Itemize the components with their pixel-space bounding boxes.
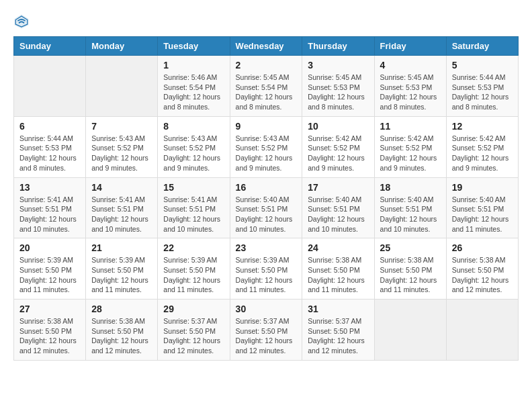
day-number: 21: [91, 242, 152, 253]
day-number: 18: [380, 182, 441, 193]
weekday-header-saturday: Saturday: [446, 37, 518, 56]
day-number: 24: [308, 242, 368, 253]
day-info: Sunrise: 5:45 AM Sunset: 5:53 PM Dayligh…: [380, 73, 441, 112]
day-number: 9: [236, 121, 297, 132]
day-cell: 17Sunrise: 5:40 AM Sunset: 5:51 PM Dayli…: [302, 177, 374, 238]
day-info: Sunrise: 5:40 AM Sunset: 5:51 PM Dayligh…: [308, 195, 368, 234]
day-info: Sunrise: 5:37 AM Sunset: 5:50 PM Dayligh…: [163, 316, 224, 356]
day-info: Sunrise: 5:39 AM Sunset: 5:50 PM Dayligh…: [19, 255, 80, 295]
day-cell: 6Sunrise: 5:44 AM Sunset: 5:53 PM Daylig…: [14, 116, 86, 177]
day-info: Sunrise: 5:39 AM Sunset: 5:50 PM Dayligh…: [91, 255, 152, 295]
day-info: Sunrise: 5:42 AM Sunset: 5:52 PM Dayligh…: [380, 134, 441, 173]
day-number: 20: [19, 242, 80, 253]
weekday-header-sunday: Sunday: [14, 37, 86, 56]
day-cell: 18Sunrise: 5:40 AM Sunset: 5:51 PM Dayli…: [374, 177, 446, 238]
day-cell: 19Sunrise: 5:40 AM Sunset: 5:51 PM Dayli…: [446, 177, 518, 238]
week-row-2: 6Sunrise: 5:44 AM Sunset: 5:53 PM Daylig…: [14, 116, 519, 177]
day-number: 28: [91, 304, 152, 314]
weekday-header-wednesday: Wednesday: [230, 37, 302, 56]
day-number: 22: [163, 242, 224, 253]
day-info: Sunrise: 5:44 AM Sunset: 5:53 PM Dayligh…: [452, 73, 513, 112]
week-row-3: 13Sunrise: 5:41 AM Sunset: 5:51 PM Dayli…: [14, 177, 519, 238]
day-info: Sunrise: 5:41 AM Sunset: 5:51 PM Dayligh…: [163, 195, 224, 234]
day-number: 15: [163, 182, 224, 193]
day-cell: 2Sunrise: 5:45 AM Sunset: 5:54 PM Daylig…: [230, 56, 302, 117]
day-number: 17: [308, 182, 368, 193]
day-info: Sunrise: 5:39 AM Sunset: 5:50 PM Dayligh…: [163, 255, 224, 295]
day-info: Sunrise: 5:45 AM Sunset: 5:53 PM Dayligh…: [308, 73, 368, 112]
weekday-header-row: SundayMondayTuesdayWednesdayThursdayFrid…: [14, 37, 519, 56]
day-number: 8: [163, 121, 224, 132]
day-cell: [446, 300, 518, 361]
day-info: Sunrise: 5:38 AM Sunset: 5:50 PM Dayligh…: [308, 255, 368, 295]
day-info: Sunrise: 5:40 AM Sunset: 5:51 PM Dayligh…: [452, 195, 513, 234]
day-number: 6: [19, 121, 80, 132]
day-cell: [374, 300, 446, 361]
day-info: Sunrise: 5:39 AM Sunset: 5:50 PM Dayligh…: [236, 255, 297, 295]
day-cell: [14, 56, 86, 117]
day-number: 27: [19, 304, 80, 314]
day-info: Sunrise: 5:43 AM Sunset: 5:52 PM Dayligh…: [236, 134, 297, 173]
day-info: Sunrise: 5:37 AM Sunset: 5:50 PM Dayligh…: [236, 316, 297, 356]
day-number: 2: [236, 60, 297, 71]
day-number: 29: [163, 304, 224, 314]
day-info: Sunrise: 5:38 AM Sunset: 5:50 PM Dayligh…: [19, 316, 80, 356]
day-cell: 29Sunrise: 5:37 AM Sunset: 5:50 PM Dayli…: [158, 300, 230, 361]
day-cell: 1Sunrise: 5:46 AM Sunset: 5:54 PM Daylig…: [158, 56, 230, 117]
day-cell: 11Sunrise: 5:42 AM Sunset: 5:52 PM Dayli…: [374, 116, 446, 177]
day-cell: 3Sunrise: 5:45 AM Sunset: 5:53 PM Daylig…: [302, 56, 374, 117]
day-cell: 16Sunrise: 5:40 AM Sunset: 5:51 PM Dayli…: [230, 177, 302, 238]
day-info: Sunrise: 5:40 AM Sunset: 5:51 PM Dayligh…: [236, 195, 297, 234]
weekday-header-friday: Friday: [374, 37, 446, 56]
day-number: 19: [452, 182, 513, 193]
day-cell: 21Sunrise: 5:39 AM Sunset: 5:50 PM Dayli…: [86, 238, 158, 300]
weekday-header-thursday: Thursday: [302, 37, 374, 56]
day-cell: 15Sunrise: 5:41 AM Sunset: 5:51 PM Dayli…: [158, 177, 230, 238]
day-number: 23: [236, 242, 297, 253]
day-cell: 13Sunrise: 5:41 AM Sunset: 5:51 PM Dayli…: [14, 177, 86, 238]
day-info: Sunrise: 5:37 AM Sunset: 5:50 PM Dayligh…: [308, 316, 368, 356]
day-cell: 7Sunrise: 5:43 AM Sunset: 5:52 PM Daylig…: [86, 116, 158, 177]
day-cell: 8Sunrise: 5:43 AM Sunset: 5:52 PM Daylig…: [158, 116, 230, 177]
logo: [13, 13, 32, 30]
day-number: 30: [236, 304, 297, 314]
day-cell: 14Sunrise: 5:41 AM Sunset: 5:51 PM Dayli…: [86, 177, 158, 238]
day-cell: 30Sunrise: 5:37 AM Sunset: 5:50 PM Dayli…: [230, 300, 302, 361]
header: [13, 13, 519, 30]
day-cell: 5Sunrise: 5:44 AM Sunset: 5:53 PM Daylig…: [446, 56, 518, 117]
day-cell: 23Sunrise: 5:39 AM Sunset: 5:50 PM Dayli…: [230, 238, 302, 300]
day-info: Sunrise: 5:38 AM Sunset: 5:50 PM Dayligh…: [91, 316, 152, 356]
day-number: 4: [380, 60, 441, 71]
day-cell: 24Sunrise: 5:38 AM Sunset: 5:50 PM Dayli…: [302, 238, 374, 300]
day-number: 5: [452, 60, 513, 71]
day-info: Sunrise: 5:38 AM Sunset: 5:50 PM Dayligh…: [380, 255, 441, 295]
week-row-4: 20Sunrise: 5:39 AM Sunset: 5:50 PM Dayli…: [14, 238, 519, 300]
day-cell: 25Sunrise: 5:38 AM Sunset: 5:50 PM Dayli…: [374, 238, 446, 300]
day-info: Sunrise: 5:38 AM Sunset: 5:50 PM Dayligh…: [452, 255, 513, 295]
day-number: 16: [236, 182, 297, 193]
day-cell: 22Sunrise: 5:39 AM Sunset: 5:50 PM Dayli…: [158, 238, 230, 300]
day-info: Sunrise: 5:46 AM Sunset: 5:54 PM Dayligh…: [163, 73, 224, 112]
weekday-header-monday: Monday: [86, 37, 158, 56]
day-number: 1: [163, 60, 224, 71]
day-cell: 4Sunrise: 5:45 AM Sunset: 5:53 PM Daylig…: [374, 56, 446, 117]
week-row-1: 1Sunrise: 5:46 AM Sunset: 5:54 PM Daylig…: [14, 56, 519, 117]
day-info: Sunrise: 5:41 AM Sunset: 5:51 PM Dayligh…: [91, 195, 152, 234]
day-number: 31: [308, 304, 368, 314]
day-number: 3: [308, 60, 368, 71]
weekday-header-tuesday: Tuesday: [158, 37, 230, 56]
day-cell: [86, 56, 158, 117]
day-info: Sunrise: 5:40 AM Sunset: 5:51 PM Dayligh…: [380, 195, 441, 234]
day-cell: 26Sunrise: 5:38 AM Sunset: 5:50 PM Dayli…: [446, 238, 518, 300]
day-info: Sunrise: 5:41 AM Sunset: 5:51 PM Dayligh…: [19, 195, 80, 234]
day-info: Sunrise: 5:44 AM Sunset: 5:53 PM Dayligh…: [19, 134, 80, 173]
day-cell: 27Sunrise: 5:38 AM Sunset: 5:50 PM Dayli…: [14, 300, 86, 361]
day-info: Sunrise: 5:42 AM Sunset: 5:52 PM Dayligh…: [308, 134, 368, 173]
calendar-table: SundayMondayTuesdayWednesdayThursdayFrid…: [13, 36, 519, 361]
day-number: 14: [91, 182, 152, 193]
day-number: 25: [380, 242, 441, 253]
day-info: Sunrise: 5:43 AM Sunset: 5:52 PM Dayligh…: [163, 134, 224, 173]
day-cell: 31Sunrise: 5:37 AM Sunset: 5:50 PM Dayli…: [302, 300, 374, 361]
day-cell: 28Sunrise: 5:38 AM Sunset: 5:50 PM Dayli…: [86, 300, 158, 361]
day-cell: 12Sunrise: 5:42 AM Sunset: 5:52 PM Dayli…: [446, 116, 518, 177]
